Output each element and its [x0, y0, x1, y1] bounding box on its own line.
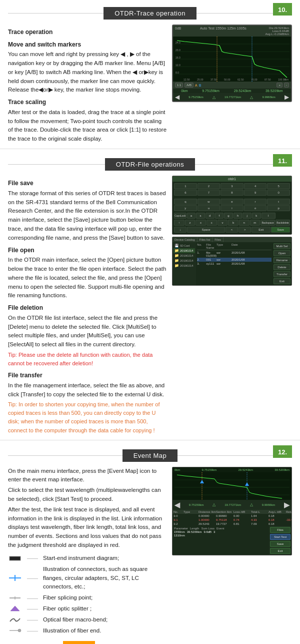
key-c[interactable]: c [206, 220, 217, 226]
key-z[interactable]: z [185, 220, 196, 226]
key-p[interactable]: p [267, 205, 290, 211]
key-e[interactable]: e [220, 199, 244, 205]
key-x[interactable]: x [196, 220, 206, 226]
btn-multisel[interactable]: Multi Sel [274, 243, 290, 249]
section-10-badge: 10. [273, 3, 292, 16]
key-j[interactable]: j [242, 213, 252, 219]
key-capslock[interactable]: CapsLock [174, 213, 186, 219]
file-sidebar: 💾 SD Card 📁 20190214 📁 20190214 📁 [172, 242, 196, 285]
key-s[interactable]: s [196, 213, 205, 219]
file-row-1[interactable]: 1. file-01(009) sor 2020/1/08 [197, 251, 272, 258]
evs-params-panel: Parameter Length Sum Loss Event 1550nm 3… [172, 526, 269, 555]
evs-arrow-right[interactable]: ▶ [284, 501, 290, 509]
key-2[interactable]: 2 [198, 183, 220, 189]
key-exit[interactable]: Exit [252, 227, 270, 233]
otdr-btn-11[interactable]: 1:1 [175, 83, 183, 88]
btn-transfer[interactable]: Transfer [274, 271, 290, 277]
key-shift[interactable]: ↑ [174, 220, 184, 226]
key-6[interactable]: 6 [174, 190, 197, 196]
key-v[interactable]: v [218, 220, 228, 226]
key-1[interactable]: 1 [174, 183, 197, 189]
key-q[interactable]: q [174, 199, 197, 205]
file-table-header: No. File Name Type Date [197, 243, 272, 250]
key-0[interactable]: 0 [267, 190, 290, 196]
sidebar-sd-card[interactable]: 💾 SD Card [174, 243, 195, 248]
btn-exit[interactable]: Exit [274, 278, 290, 284]
key-t[interactable]: t [267, 199, 290, 205]
key-3[interactable]: 3 [220, 183, 244, 189]
file-name-2: 001 [206, 258, 216, 261]
folder-label-4: 20190214 [180, 264, 194, 267]
key-r[interactable]: r [244, 199, 267, 205]
sidebar-folder-3[interactable]: 📁 20190214 [174, 258, 195, 263]
key-backdelete[interactable]: Backdelete [276, 220, 290, 226]
otdr-btn-zoom-in[interactable]: + [276, 83, 282, 88]
key-5[interactable]: 5 [267, 183, 290, 189]
evs-r3-dist: 29.5243 [198, 522, 216, 525]
col-filename: File Name [206, 243, 216, 249]
btn-open[interactable]: Open [274, 250, 290, 256]
key-backspace[interactable]: Backspace [260, 220, 275, 226]
legend-dash-2: —— [27, 574, 38, 582]
key-w[interactable]: w [198, 199, 220, 205]
btn-rename[interactable]: Rename [274, 257, 290, 263]
evs-btn-save[interactable]: Save [270, 541, 290, 547]
sidebar-folder-1[interactable]: 📁 20190214 [174, 248, 195, 253]
file-no-2: 2. [197, 258, 206, 261]
key-save[interactable]: Save [271, 227, 290, 233]
key-n[interactable]: n [239, 220, 250, 226]
evs-r1-total: 1.64 [251, 514, 268, 517]
key-l[interactable]: l [262, 213, 276, 219]
btn-delete[interactable]: Delete [274, 264, 290, 270]
key-i[interactable]: i [220, 205, 244, 211]
svg-text:8.0: 8.0 [176, 71, 179, 74]
key-space[interactable]: Space [187, 227, 225, 233]
key-o[interactable]: o [244, 205, 267, 211]
key-y[interactable]: y [174, 205, 197, 211]
evs-r2-sec: 9.75118 [216, 518, 234, 521]
file-row-3[interactable]: 3. xy111 sor 2020/1/08 [197, 262, 272, 266]
key-f[interactable]: f [215, 213, 224, 219]
key-m[interactable]: m [250, 220, 260, 226]
nav-arrow-right[interactable]: ▶ [284, 94, 289, 101]
section-10: OTDR-Trace operation 10. Trace operation… [0, 0, 300, 149]
key-g[interactable]: g [224, 213, 233, 219]
key-k[interactable]: k [252, 213, 261, 219]
key-down[interactable]: ↓ [174, 227, 186, 233]
key-8[interactable]: 8 [220, 190, 244, 196]
key-4[interactable]: 4 [244, 183, 267, 189]
key-lt[interactable]: < [226, 227, 238, 233]
key-u[interactable]: u [198, 205, 220, 211]
legend-text-start-end: Start-end instrument diagram; [43, 554, 119, 563]
key-9[interactable]: 9 [244, 190, 267, 196]
file-row-2[interactable]: 2. 001 sor 2020/1/08 [197, 258, 272, 262]
evs-param-row-1: Parameter Length Sum Loss Event [174, 527, 268, 530]
sidebar-folder-4[interactable]: 📁 20190214 [174, 263, 195, 268]
nav-arrow-left[interactable]: ◀ [175, 94, 180, 101]
key-gt[interactable]: > [238, 227, 251, 233]
key-7[interactable]: 7 [198, 190, 220, 196]
keyboard-row1: 1 2 3 4 5 6 7 8 9 0 [172, 182, 292, 197]
evs-r1-type [184, 514, 198, 517]
key-a[interactable]: a [187, 213, 196, 219]
evs-btn-start-test[interactable]: Start Test [270, 534, 290, 540]
section-12-badge: 12. [273, 445, 292, 458]
file-date-2: 2020/1/08 [232, 258, 252, 261]
evs-btn-exit[interactable]: Exit [270, 548, 290, 554]
evs-btn-files[interactable]: Files [270, 527, 290, 533]
evs-bottom: Parameter Length Sum Loss Event 1550nm 3… [172, 526, 292, 555]
otdr-btn-ab[interactable]: A/B [184, 83, 194, 88]
otdr-btn-zoom-out[interactable]: - [284, 83, 289, 88]
sub-marker-sep2: △ [250, 95, 253, 100]
marker-a-label: A [195, 84, 198, 87]
key-h[interactable]: h [234, 213, 242, 219]
evs-trace-svg [172, 472, 292, 500]
evs-arrow-left[interactable]: ◀ [174, 501, 180, 509]
file-name-3: xy111 [206, 262, 216, 265]
evs-r2-return: -33.97 [286, 518, 292, 521]
section-10-image: 0dB Auto Test 1550m 125m 1005s Dis:29.52… [172, 25, 292, 102]
key-d[interactable]: d [206, 213, 214, 219]
key-b[interactable]: b [228, 220, 238, 226]
sidebar-folder-2[interactable]: 📁 20190214 [174, 253, 195, 258]
tip-transfer: Tip: In order to shorten your copying ti… [8, 400, 167, 434]
